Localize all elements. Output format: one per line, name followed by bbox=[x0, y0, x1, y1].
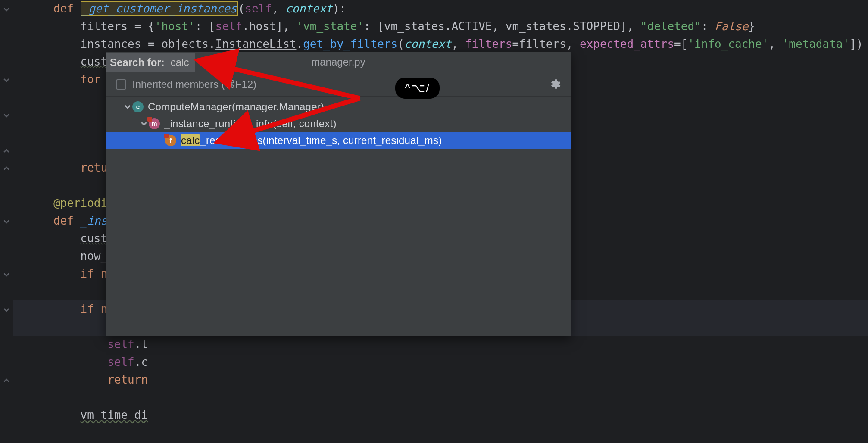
popup-options-bar: Inherited members (⌘F12) bbox=[106, 72, 571, 97]
structure-row[interactable]: cComputeManager(manager.Manager) bbox=[106, 98, 571, 115]
fold-close-icon[interactable] bbox=[3, 377, 9, 383]
class-icon: c bbox=[132, 101, 144, 112]
structure-row[interactable]: fcalc_residual_ms(interval_time_s, curre… bbox=[106, 132, 571, 149]
lock-icon bbox=[147, 117, 152, 122]
inherited-members-checkbox[interactable] bbox=[116, 79, 126, 90]
function-icon: f bbox=[165, 135, 176, 146]
structure-row-label: ComputeManager(manager.Manager) bbox=[148, 101, 324, 113]
fold-close-icon[interactable] bbox=[3, 165, 9, 171]
fold-close-icon[interactable] bbox=[3, 147, 9, 153]
structure-row-label: calc_residual_ms(interval_time_s, curren… bbox=[181, 134, 442, 147]
chevron-down-icon[interactable] bbox=[123, 104, 132, 110]
fold-open-icon[interactable] bbox=[3, 271, 9, 277]
fold-open-icon[interactable] bbox=[3, 218, 9, 224]
gutter bbox=[0, 0, 13, 443]
gear-icon[interactable] bbox=[549, 78, 561, 90]
popup-tree[interactable]: cComputeManager(manager.Manager)m_instan… bbox=[106, 97, 571, 149]
search-for-label: Search for: bbox=[110, 56, 165, 69]
inherited-members-label: Inherited members (⌘F12) bbox=[132, 78, 256, 90]
search-for-chip: Search for: calc bbox=[106, 53, 195, 72]
chevron-down-icon[interactable] bbox=[139, 121, 149, 127]
structure-row[interactable]: m_instance_runtime_info(self, context) bbox=[106, 115, 571, 132]
fold-open-icon[interactable] bbox=[3, 306, 9, 312]
structure-row-label: _instance_runtime_info(self, context) bbox=[164, 118, 337, 130]
fold-open-icon[interactable] bbox=[3, 6, 9, 12]
fold-open-icon[interactable] bbox=[3, 77, 9, 83]
shortcut-pill: ^⌥/ bbox=[395, 78, 440, 99]
method-icon: m bbox=[149, 118, 160, 129]
fold-open-icon[interactable] bbox=[3, 112, 9, 118]
search-for-value: calc bbox=[171, 56, 189, 69]
structure-popup: manager.py Inherited members (⌘F12) cCom… bbox=[106, 52, 571, 336]
lock-icon bbox=[164, 134, 169, 138]
